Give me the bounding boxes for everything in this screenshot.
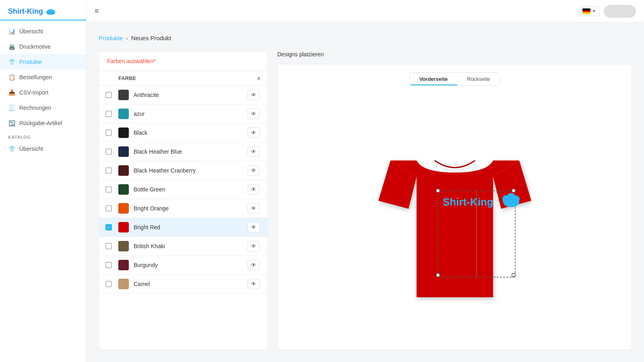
color-checkbox-azur[interactable] — [105, 111, 118, 117]
topbar: ≡ ▼ — [87, 0, 644, 23]
color-checkbox-burgundy[interactable] — [105, 262, 118, 268]
breadcrumb: Produkte › Neues Produkt — [99, 35, 632, 41]
eye-button-container-camel: 👁 — [246, 279, 261, 289]
color-swatch-bright-red — [118, 222, 129, 232]
color-checkbox-black[interactable] — [105, 130, 118, 136]
color-checkbox-bright-orange[interactable] — [105, 205, 118, 212]
breadcrumb-current: Neues Produkt — [131, 35, 171, 41]
color-selection-label: Farben auswählen — [107, 58, 153, 64]
color-name-british-khaki: British Khaki — [134, 243, 246, 249]
color-checkbox-black-heather-blue[interactable] — [105, 148, 118, 155]
breadcrumb-products-link[interactable]: Produkte — [99, 35, 123, 41]
color-row-bright-red[interactable]: ✓ Bright Red 👁 — [99, 218, 267, 237]
color-checkbox-black-heather-cranberry[interactable] — [105, 167, 118, 174]
nav-icon-csv-import: 📥 — [8, 89, 15, 96]
color-swatch-bottle-green — [118, 184, 129, 195]
sidebar: Shirt-King 📊Übersicht🖨️Druckmotive👕Produ… — [0, 0, 87, 362]
eye-button-bottle-green[interactable]: 👁 — [248, 184, 260, 195]
color-checkbox-anthracite[interactable] — [105, 92, 118, 98]
eye-button-black[interactable]: 👁 — [248, 128, 260, 138]
color-row-black-heather-blue[interactable]: Black Heather Blue 👁 — [99, 142, 267, 161]
eye-button-black-heather-cranberry[interactable]: 👁 — [248, 165, 260, 176]
color-name-anthracite: Anthracite — [134, 92, 246, 98]
user-avatar[interactable] — [604, 5, 636, 18]
sidebar-item-bestellungen[interactable]: 📋Bestellungen — [0, 70, 86, 85]
color-checkbox-bottle-green[interactable] — [105, 186, 118, 193]
language-selector[interactable]: ▼ — [579, 6, 600, 16]
checkbox-british-khaki[interactable] — [105, 243, 112, 249]
sidebar-logo: Shirt-King — [0, 0, 86, 21]
topbar-right: ▼ — [579, 5, 636, 18]
sidebar-item-rueckgabe[interactable]: ↩️Rückgabe-Artikel — [0, 115, 86, 131]
checkbox-camel[interactable] — [105, 281, 112, 287]
two-column-layout: Farben auswählen* FARBE ∧ Anthracite 👁 — [99, 51, 632, 350]
eye-button-container-black-heather-blue: 👁 — [246, 146, 261, 157]
eye-button-burgundy[interactable]: 👁 — [248, 260, 260, 270]
color-selection-panel: Farben auswählen* FARBE ∧ Anthracite 👁 — [99, 51, 268, 350]
sidebar-item-uebersicht[interactable]: 📊Übersicht — [0, 24, 86, 39]
color-row-burgundy[interactable]: Burgundy 👁 — [99, 256, 267, 275]
color-row-british-khaki[interactable]: British Khaki 👁 — [99, 237, 267, 256]
color-swatch-burgundy — [118, 260, 129, 270]
eye-button-british-khaki[interactable]: 👁 — [248, 241, 260, 251]
tab-vorderseite[interactable]: Vorderseite — [410, 73, 458, 85]
svg-rect-5 — [512, 274, 515, 277]
breadcrumb-arrow-icon: › — [126, 35, 128, 41]
hamburger-icon[interactable]: ≡ — [95, 7, 99, 15]
color-swatch-black-heather-cranberry — [118, 165, 129, 176]
checkbox-anthracite[interactable] — [105, 92, 112, 98]
color-name-burgundy: Burgundy — [134, 262, 246, 268]
page-content: Produkte › Neues Produkt Farben auswähle… — [87, 23, 644, 362]
color-row-azur[interactable]: azur 👁 — [99, 105, 267, 123]
color-checkbox-camel[interactable] — [105, 281, 118, 287]
color-checkbox-british-khaki[interactable] — [105, 243, 118, 249]
checkbox-bright-red[interactable]: ✓ — [105, 224, 112, 230]
color-checkbox-bright-red[interactable]: ✓ — [105, 224, 118, 230]
checkbox-bottle-green[interactable] — [105, 186, 112, 193]
sidebar-item-rechnungen[interactable]: 🧾Rechnungen — [0, 100, 86, 115]
color-row-black-heather-cranberry[interactable]: Black Heather Cranberry 👁 — [99, 161, 267, 180]
eye-button-bright-orange[interactable]: 👁 — [248, 203, 260, 214]
eye-button-container-black: 👁 — [246, 128, 261, 138]
sidebar-item-katalog-uebersicht[interactable]: 👕Übersicht — [0, 141, 86, 156]
tshirt-container: Shirt-King — [286, 92, 623, 341]
color-name-camel: Camel — [134, 281, 246, 287]
eye-button-anthracite[interactable]: 👁 — [248, 90, 260, 100]
eye-button-bright-red[interactable]: 👁 — [248, 222, 260, 232]
checkbox-bright-orange[interactable] — [105, 205, 112, 212]
app-name: Shirt-King — [8, 7, 43, 15]
color-row-camel[interactable]: Camel 👁 — [99, 275, 267, 294]
checkbox-azur[interactable] — [105, 111, 112, 117]
eye-button-azur[interactable]: 👁 — [248, 109, 260, 119]
checkbox-burgundy[interactable] — [105, 262, 112, 268]
color-name-black: Black — [134, 130, 246, 136]
color-swatch-camel — [118, 279, 129, 289]
nav-icon-produkte: 👕 — [8, 58, 15, 66]
svg-text:Shirt-King: Shirt-King — [443, 196, 493, 208]
color-row-bottle-green[interactable]: Bottle Green 👁 — [99, 180, 267, 199]
color-row-bright-orange[interactable]: Bright Orange 👁 — [99, 199, 267, 218]
color-row-black[interactable]: Black 👁 — [99, 123, 267, 142]
eye-button-container-bottle-green: 👁 — [246, 184, 261, 195]
chevron-down-icon: ▼ — [592, 9, 596, 13]
sort-chevron-icon[interactable]: ∧ — [251, 75, 261, 81]
eye-button-container-azur: 👁 — [246, 109, 261, 119]
svg-point-10 — [512, 195, 520, 203]
checkbox-black-heather-cranberry[interactable] — [105, 167, 112, 174]
color-name-black-heather-cranberry: Black Heather Cranberry — [134, 167, 246, 174]
eye-button-black-heather-blue[interactable]: 👁 — [248, 146, 260, 157]
eye-button-container-british-khaki: 👁 — [246, 241, 261, 251]
logo-cloud-icon — [46, 9, 55, 15]
svg-rect-3 — [512, 189, 515, 192]
katalog-label: KATALOG — [0, 131, 86, 141]
sidebar-item-produkte[interactable]: 👕Produkte — [0, 54, 86, 70]
sidebar-item-csv-import[interactable]: 📥CSV-Import — [0, 85, 86, 100]
color-row-anthracite[interactable]: Anthracite 👁 — [99, 86, 267, 105]
checkbox-black[interactable] — [105, 130, 112, 136]
view-tabs: Vorderseite Rückseite — [409, 72, 500, 86]
sidebar-item-druckmotive[interactable]: 🖨️Druckmotive — [0, 39, 86, 54]
checkbox-black-heather-blue[interactable] — [105, 148, 112, 155]
tab-rueckseite[interactable]: Rückseite — [457, 73, 500, 85]
tshirt-preview-area: Vorderseite Rückseite — [277, 64, 632, 350]
eye-button-camel[interactable]: 👁 — [248, 279, 260, 289]
